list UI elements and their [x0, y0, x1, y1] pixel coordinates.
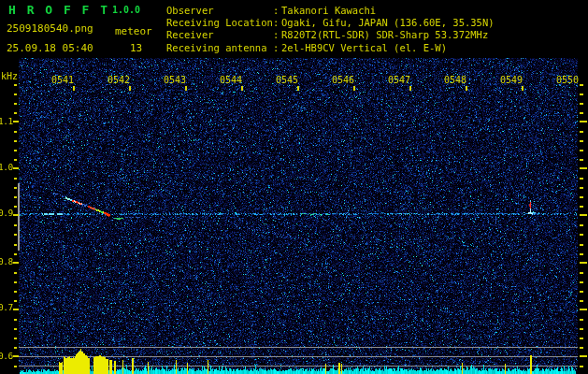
hrofft-screenshot: H R O F F T 1.0.0 2509180540.png meteor … [0, 0, 588, 374]
x-tick-label-7: 0548 [443, 75, 467, 85]
info-label: Receiving antenna [166, 42, 273, 54]
x-tick-label-8: 0549 [499, 75, 523, 85]
info-value: Ogaki, Gifu, JAPAN (136.60E, 35.35N) [281, 17, 495, 28]
station-info-row: Receiving antenna:2el-HB9CV Vertical (el… [166, 42, 495, 54]
info-value: Takanori Kawachi [281, 5, 376, 16]
x-tick-label-6: 0547 [387, 75, 411, 85]
station-info-row: Observer:Takanori Kawachi [166, 5, 495, 17]
info-value: 2el-HB9CV Vertical (el. E-W) [281, 42, 447, 53]
observation-datetime: 25.09.18 05:40 [7, 42, 93, 54]
station-info-row: Receiving Location:Ogaki, Gifu, JAPAN (1… [166, 17, 495, 29]
echo-count: 13 [130, 42, 142, 54]
info-value: R820T2(RTL-SDR) SDR-Sharp 53.372MHz [281, 29, 488, 40]
info-separator: : [273, 42, 281, 54]
x-tick-label-1: 0542 [107, 75, 131, 85]
x-tick-label-5: 0546 [331, 75, 355, 85]
app-title: H R O F F T [8, 3, 109, 17]
spectrogram-canvas [0, 0, 588, 374]
y-tick-label-0: 1.1 [0, 116, 12, 126]
x-tick-label-0: 0541 [50, 75, 75, 85]
x-tick-label-2: 0543 [163, 75, 187, 85]
y-axis-unit-label: kHz [1, 71, 18, 81]
y-tick-label-5: 0.6 [0, 351, 12, 361]
info-separator: : [273, 17, 281, 29]
info-label: Receiving Location [166, 17, 273, 29]
info-separator: : [273, 29, 281, 41]
x-tick-label-4: 0545 [275, 75, 299, 85]
app-version: 1.0.0 [112, 5, 140, 15]
x-tick-label-9: 0550 [555, 75, 580, 85]
station-info-row: Receiver:R820T2(RTL-SDR) SDR-Sharp 53.37… [166, 29, 495, 41]
info-label: Observer [166, 5, 273, 17]
y-tick-label-3: 0.8 [0, 256, 12, 266]
output-filename: 2509180540.png [7, 22, 93, 35]
x-tick-label-3: 0544 [219, 75, 243, 85]
observation-mode: meteor [115, 25, 152, 37]
station-info-block: Observer:Takanori KawachiReceiving Locat… [166, 5, 495, 54]
y-tick-label-1: 1.0 [0, 162, 12, 172]
y-tick-label-4: 0.7 [0, 302, 12, 312]
info-separator: : [273, 5, 281, 17]
y-tick-label-2: 0.9 [0, 208, 12, 218]
info-label: Receiver [166, 29, 273, 41]
